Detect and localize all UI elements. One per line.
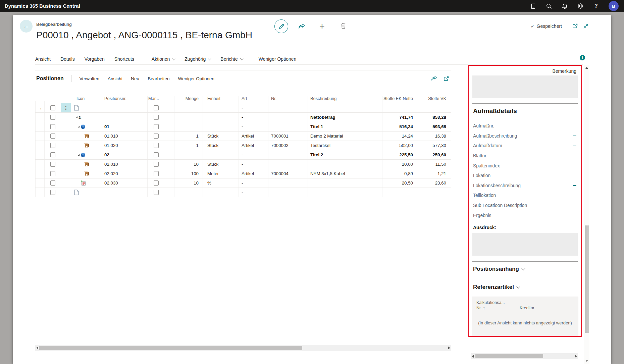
menu-ansicht[interactable]: Ansicht	[35, 56, 51, 62]
cell-nr[interactable]	[268, 150, 308, 159]
positions-menu-neu[interactable]: Neu	[131, 76, 139, 81]
row-options-icon[interactable]	[61, 122, 71, 131]
mar-checkbox[interactable]	[148, 178, 174, 188]
col-icon[interactable]: Icon	[71, 96, 102, 103]
table-row[interactable]: Σ-Nettobetrag741,74853,28	[35, 113, 451, 122]
share-icon[interactable]	[431, 75, 438, 82]
ref-col-kreditor[interactable]: Kreditor	[520, 306, 534, 310]
mar-checkbox[interactable]	[148, 122, 174, 131]
positions-menu-bearbeiten[interactable]: Bearbeiten	[148, 76, 169, 81]
cell-beschreibung[interactable]: Titel 1	[308, 122, 382, 131]
mar-checkbox[interactable]	[148, 188, 174, 197]
row-options-icon[interactable]	[61, 113, 71, 122]
col-positionsnr[interactable]: Positionsnr.	[102, 96, 148, 103]
col-nr[interactable]: Nr.	[268, 96, 308, 103]
cell-art[interactable]: Artikel	[239, 169, 268, 178]
settings-icon[interactable]	[577, 3, 584, 9]
cell-positionsnr[interactable]: 02.010	[102, 160, 148, 169]
edit-pencil-icon[interactable]	[274, 19, 288, 33]
cell-stoffe-vk[interactable]: 1,21	[417, 169, 451, 178]
cell-positionsnr[interactable]: 01.020	[102, 141, 148, 150]
cell-stoffe-vk[interactable]	[417, 188, 451, 197]
cell-einheit[interactable]	[203, 150, 239, 159]
cell-menge[interactable]: 100	[174, 169, 203, 178]
cell-nr[interactable]	[268, 178, 308, 188]
cell-menge[interactable]	[174, 150, 203, 159]
cell-stoffe-vk[interactable]: 593,68	[417, 122, 451, 131]
organization-icon[interactable]	[530, 3, 536, 9]
cell-einheit[interactable]: %	[203, 178, 239, 188]
cell-positionsnr[interactable]: 02.020	[102, 169, 148, 178]
table-row[interactable]: 02-Titel 2225,50259,60	[35, 150, 451, 160]
cell-nr[interactable]	[268, 160, 308, 169]
cell-stoffe-vk[interactable]	[417, 103, 451, 112]
menu-vorgaben[interactable]: Vorgaben	[85, 56, 105, 62]
factbox-field[interactable]: Aufmaßdatum	[473, 141, 577, 151]
cell-menge[interactable]	[174, 122, 203, 131]
cell-nr[interactable]: 7000004	[268, 169, 308, 178]
table-row[interactable]: 01-Titel 1516,24593,68	[35, 122, 451, 132]
row-options-icon[interactable]: ⋮	[61, 103, 71, 112]
ausdruck-box[interactable]	[472, 233, 578, 256]
scroll-right-icon[interactable]	[575, 355, 577, 358]
cell-art[interactable]: -	[239, 150, 268, 159]
notifications-icon[interactable]	[561, 3, 568, 9]
table-row[interactable]: →⋮-	[35, 103, 451, 113]
cell-einheit[interactable]: Meter	[203, 169, 239, 178]
scrollbar-thumb[interactable]	[475, 354, 543, 358]
cell-positionsnr[interactable]: 02	[102, 150, 148, 159]
cell-art[interactable]: -	[239, 103, 268, 112]
cell-art[interactable]: -	[239, 122, 268, 131]
cell-nr[interactable]: 7000001	[268, 132, 308, 141]
cell-stoffe-ek-netto[interactable]: 225,50	[382, 150, 417, 159]
scrollbar-thumb[interactable]	[585, 225, 589, 333]
cell-art[interactable]: Artikel	[239, 132, 268, 141]
referenzartikel-heading[interactable]: Referenzartikel	[473, 284, 520, 291]
row-select-checkbox[interactable]	[45, 122, 61, 131]
mar-checkbox[interactable]	[148, 169, 174, 178]
row-options-icon[interactable]	[61, 178, 71, 188]
row-select-checkbox[interactable]	[45, 169, 61, 178]
table-horizontal-scrollbar[interactable]	[35, 345, 451, 351]
cell-beschreibung[interactable]: Nettobetrag	[308, 113, 382, 122]
open-in-window-icon[interactable]	[443, 76, 449, 82]
factbox-field[interactable]: Blattnr.	[473, 151, 577, 161]
scroll-left-icon[interactable]	[472, 355, 474, 358]
table-row[interactable]: 02.020100MeterArtikel7000004NYM 3x1,5 Ka…	[35, 169, 451, 178]
row-options-icon[interactable]	[61, 150, 71, 159]
row-options-icon[interactable]	[61, 160, 71, 169]
bemerkung-textarea[interactable]	[472, 75, 578, 98]
cell-nr[interactable]	[268, 122, 308, 131]
cell-stoffe-ek-netto[interactable]: 10,00	[382, 160, 417, 169]
menu-berichte[interactable]: Berichte	[220, 56, 243, 62]
cell-positionsnr[interactable]: 02.030	[102, 178, 148, 188]
row-select-checkbox[interactable]	[45, 132, 61, 141]
menu-weniger-optionen[interactable]: Weniger Optionen	[259, 56, 297, 62]
factbox-field[interactable]: Teillokation	[473, 191, 577, 201]
row-select-checkbox[interactable]	[45, 178, 61, 188]
collapse-icon[interactable]	[583, 23, 589, 29]
mar-checkbox[interactable]	[148, 160, 174, 169]
cell-beschreibung[interactable]	[308, 103, 382, 112]
scroll-up-icon[interactable]	[585, 67, 588, 69]
delete-icon[interactable]	[341, 22, 346, 29]
cell-stoffe-vk[interactable]: 16,38	[417, 132, 451, 141]
aufmassdetails-heading[interactable]: Aufmaßdetails	[473, 107, 517, 115]
cell-beschreibung[interactable]: NYM 3x1,5 Kabel	[308, 169, 382, 178]
cell-art[interactable]: -	[239, 178, 268, 188]
popout-icon[interactable]	[572, 23, 578, 29]
cell-stoffe-ek-netto[interactable]: 14,24	[382, 132, 417, 141]
cell-menge[interactable]: 1	[174, 132, 203, 141]
back-button[interactable]: ←	[20, 20, 33, 33]
menu-aktionen[interactable]: Aktionen	[152, 56, 175, 62]
scroll-down-icon[interactable]	[585, 360, 588, 362]
row-select-checkbox[interactable]	[45, 103, 61, 112]
cell-nr[interactable]	[268, 103, 308, 112]
row-options-icon[interactable]	[61, 169, 71, 178]
cell-art[interactable]: -	[239, 188, 268, 197]
scroll-left-icon[interactable]	[36, 347, 38, 349]
factbox-field[interactable]: Lokationsbeschreibung	[473, 181, 577, 191]
cell-beschreibung[interactable]: Titel 2	[308, 150, 382, 159]
positions-menu-verwalten[interactable]: Verwalten	[80, 76, 99, 81]
row-select-checkbox[interactable]	[45, 141, 61, 150]
